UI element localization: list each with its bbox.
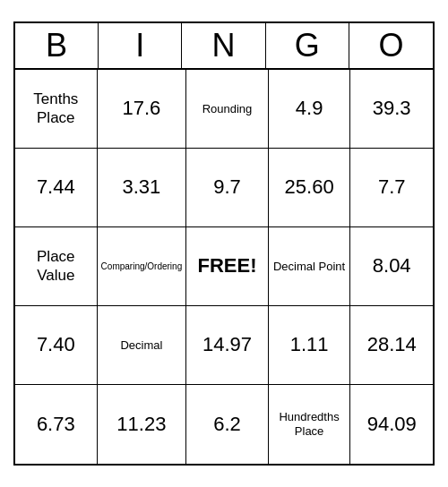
header-letter: N <box>182 23 265 68</box>
cell-r3-c1: Decimal <box>98 306 187 385</box>
header-letter: B <box>15 23 99 68</box>
cell-r2-c1: Comparing/Ordering <box>98 227 187 306</box>
cell-r3-c0: 7.40 <box>15 306 98 385</box>
header-letter: I <box>99 23 182 68</box>
bingo-header: BINGO <box>15 23 433 70</box>
cell-r3-c2: 14.97 <box>186 306 269 385</box>
cell-r1-c0: 7.44 <box>15 149 98 227</box>
cell-r1-c3: 25.60 <box>269 149 351 227</box>
cell-r2-c2: FREE! <box>186 227 269 306</box>
cell-r1-c2: 9.7 <box>186 149 269 227</box>
bingo-card: BINGO Tenths Place17.6Rounding4.939.37.4… <box>13 21 435 466</box>
cell-r4-c3: Hundredths Place <box>269 385 351 464</box>
cell-r4-c4: 94.09 <box>350 385 433 464</box>
cell-r0-c3: 4.9 <box>269 70 351 149</box>
header-letter: O <box>349 23 433 68</box>
cell-r3-c3: 1.11 <box>269 306 351 385</box>
cell-r0-c1: 17.6 <box>98 70 187 149</box>
cell-r0-c4: 39.3 <box>350 70 433 149</box>
cell-r2-c3: Decimal Point <box>269 227 351 306</box>
bingo-grid: Tenths Place17.6Rounding4.939.37.443.319… <box>15 70 433 464</box>
header-letter: G <box>266 23 349 68</box>
cell-r4-c0: 6.73 <box>15 385 98 464</box>
cell-r2-c4: 8.04 <box>350 227 433 306</box>
cell-r1-c1: 3.31 <box>98 149 187 227</box>
cell-r4-c2: 6.2 <box>186 385 269 464</box>
cell-r0-c0: Tenths Place <box>15 70 98 149</box>
cell-r2-c0: Place Value <box>15 227 98 306</box>
cell-r0-c2: Rounding <box>186 70 269 149</box>
cell-r3-c4: 28.14 <box>350 306 433 385</box>
cell-r4-c1: 11.23 <box>98 385 187 464</box>
cell-r1-c4: 7.7 <box>350 149 433 227</box>
